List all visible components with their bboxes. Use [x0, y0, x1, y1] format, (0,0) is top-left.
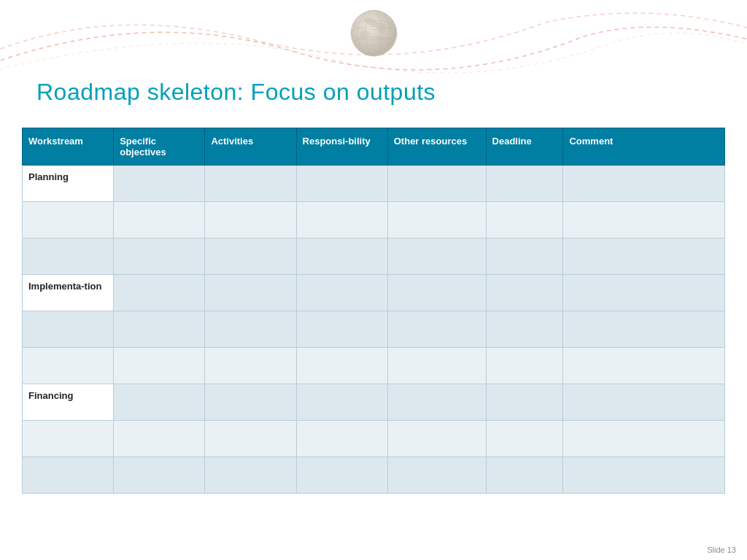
data-cell	[205, 457, 296, 494]
data-cell	[387, 202, 486, 238]
data-cell	[563, 238, 725, 275]
data-cell	[114, 311, 205, 348]
data-cell	[486, 202, 563, 238]
col-header-workstream: Workstream	[23, 128, 114, 166]
data-cell	[205, 275, 296, 311]
workstream-cell: Implementa-tion	[23, 275, 114, 311]
data-cell	[486, 457, 563, 494]
data-cell	[563, 166, 725, 202]
data-cell	[296, 348, 387, 384]
col-header-responsibility: Responsi-bility	[296, 128, 387, 166]
data-cell	[114, 275, 205, 311]
data-cell	[296, 421, 387, 457]
data-cell	[563, 457, 725, 494]
col-header-activities: Activities	[205, 128, 296, 166]
data-cell	[486, 311, 563, 348]
slide-number: Slide 13	[707, 545, 736, 554]
workstream-cell	[23, 348, 114, 384]
globe-icon	[344, 4, 403, 62]
table-row	[23, 202, 725, 238]
data-cell	[486, 166, 563, 202]
data-cell	[114, 384, 205, 421]
workstream-cell: Financing	[23, 384, 114, 421]
data-cell	[486, 238, 563, 275]
data-cell	[114, 348, 205, 384]
table-header-row: Workstream Specific objectives Activitie…	[23, 128, 725, 166]
table-row: Implementa-tion	[23, 275, 725, 311]
data-cell	[387, 384, 486, 421]
data-cell	[114, 166, 205, 202]
data-cell	[296, 384, 387, 421]
table-row	[23, 348, 725, 384]
data-cell	[296, 202, 387, 238]
data-cell	[205, 311, 296, 348]
roadmap-table: Workstream Specific objectives Activitie…	[22, 128, 725, 494]
table-row	[23, 421, 725, 457]
data-cell	[114, 421, 205, 457]
data-cell	[563, 311, 725, 348]
data-cell	[486, 275, 563, 311]
page-title: Roadmap skeleton: Focus on outputs	[36, 79, 436, 106]
data-cell	[205, 384, 296, 421]
data-cell	[296, 457, 387, 494]
table-row: Financing	[23, 384, 725, 421]
data-cell	[114, 238, 205, 275]
table-row	[23, 311, 725, 348]
data-cell	[563, 384, 725, 421]
col-header-other-resources: Other resources	[387, 128, 486, 166]
data-cell	[486, 348, 563, 384]
data-cell	[205, 238, 296, 275]
workstream-cell	[23, 238, 114, 275]
svg-point-0	[351, 10, 397, 56]
data-cell	[387, 457, 486, 494]
data-cell	[563, 348, 725, 384]
workstream-cell: Planning	[23, 166, 114, 202]
data-cell	[563, 275, 725, 311]
data-cell	[387, 275, 486, 311]
col-header-objectives: Specific objectives	[114, 128, 205, 166]
table-row: Planning	[23, 166, 725, 202]
data-cell	[563, 421, 725, 457]
data-cell	[296, 238, 387, 275]
data-cell	[114, 202, 205, 238]
workstream-cell	[23, 202, 114, 238]
data-cell	[296, 166, 387, 202]
data-cell	[205, 421, 296, 457]
data-cell	[387, 311, 486, 348]
data-cell	[205, 348, 296, 384]
workstream-cell	[23, 421, 114, 457]
col-header-deadline: Deadline	[486, 128, 563, 166]
data-cell	[486, 384, 563, 421]
workstream-cell	[23, 457, 114, 494]
col-header-comment: Comment	[563, 128, 725, 166]
data-cell	[387, 166, 486, 202]
data-cell	[205, 202, 296, 238]
data-cell	[387, 348, 486, 384]
data-cell	[387, 421, 486, 457]
data-cell	[296, 275, 387, 311]
data-cell	[296, 311, 387, 348]
data-cell	[563, 202, 725, 238]
data-cell	[486, 421, 563, 457]
table-row	[23, 457, 725, 494]
data-cell	[114, 457, 205, 494]
workstream-cell	[23, 311, 114, 348]
data-cell	[387, 238, 486, 275]
table-row	[23, 238, 725, 275]
data-cell	[205, 166, 296, 202]
